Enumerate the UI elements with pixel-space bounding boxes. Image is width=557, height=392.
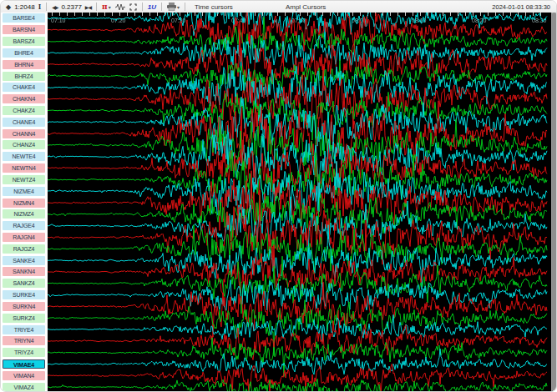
- channel-label[interactable]: NEWTE4: [3, 152, 45, 161]
- channel-label[interactable]: BARSN4: [3, 25, 45, 34]
- channel-label[interactable]: RAJGZ4: [3, 244, 45, 254]
- channel-label[interactable]: RAJGE4: [3, 221, 45, 230]
- channel-label[interactable]: SURKE4: [3, 290, 45, 299]
- fit-screen-icon[interactable]: [129, 2, 138, 12]
- channel-label[interactable]: BHRZ4: [3, 72, 45, 81]
- channel-label[interactable]: NIZMN4: [3, 199, 45, 208]
- channel-label[interactable]: CHANN4: [3, 129, 45, 138]
- channel-label[interactable]: SANKE4: [3, 256, 45, 265]
- toolbar: ◆ 1:2048 I ◀▶ 0.2377 ▶◀ π▾ 1U ▾ Time cur…: [1, 1, 556, 13]
- toolbar-separator: [161, 3, 162, 11]
- channel-label[interactable]: TRIYN4: [3, 336, 45, 345]
- scrollbar-thumb[interactable]: [552, 13, 556, 391]
- phase-picks-icon[interactable]: π▾: [101, 2, 112, 12]
- span-ibeam-icon[interactable]: I: [38, 2, 43, 12]
- print-icon[interactable]: ▾: [166, 2, 180, 12]
- channel-label[interactable]: CHANE4: [3, 118, 45, 127]
- zoom-ratio-value: 1:2048: [14, 3, 34, 11]
- ampl-cursors-button[interactable]: Ampl Cursors: [286, 3, 326, 11]
- channel-label[interactable]: BHRE4: [3, 48, 45, 58]
- channel-label[interactable]: TRIYE4: [3, 325, 45, 334]
- channel-label[interactable]: NEWTZ4: [3, 175, 45, 184]
- channel-label[interactable]: CHANZ4: [3, 140, 45, 149]
- channel-label-column: BARSE4BARSN4BARSZ4BHRE4BHRN4BHRZ4CHAKE4C…: [1, 13, 48, 391]
- toolbar-separator: [96, 3, 97, 11]
- toolbar-separator: [142, 3, 143, 11]
- channel-label[interactable]: SURKZ4: [3, 314, 45, 323]
- channel-label[interactable]: SANKZ4: [3, 279, 45, 288]
- channel-label[interactable]: BARSZ4: [3, 37, 45, 46]
- channel-label[interactable]: BARSE4: [3, 13, 45, 23]
- channel-label[interactable]: SANKN4: [3, 267, 45, 276]
- channel-label[interactable]: CHAKE4: [3, 83, 45, 92]
- filter-icon[interactable]: 1U: [147, 2, 157, 12]
- toolbar-separator: [46, 3, 47, 11]
- channel-label[interactable]: NEWTN4: [3, 163, 45, 173]
- collapse-horizontal-icon[interactable]: ▶◀: [84, 2, 92, 12]
- channel-label[interactable]: SURKN4: [3, 302, 45, 311]
- toolbar-separator: [185, 3, 185, 11]
- waveform-canvas[interactable]: [48, 13, 553, 392]
- channel-label[interactable]: CHAKN4: [3, 94, 45, 103]
- channel-label[interactable]: VIMAN4: [3, 371, 45, 380]
- expand-horizontal-icon[interactable]: ◀▶: [51, 2, 58, 12]
- scale-value: 0.2377: [61, 3, 81, 11]
- vertical-scrollbar[interactable]: [551, 13, 556, 391]
- channel-label[interactable]: NIZME4: [3, 187, 45, 196]
- channel-label[interactable]: BHRN4: [3, 60, 45, 69]
- waveform-display[interactable]: [48, 13, 553, 392]
- time-cursors-button[interactable]: Time cursors: [195, 3, 233, 11]
- channel-label[interactable]: VIMAE4: [3, 359, 45, 369]
- channel-label[interactable]: NIZMZ4: [3, 209, 45, 219]
- channel-label[interactable]: CHAKZ4: [3, 106, 45, 115]
- channel-label[interactable]: TRIYZ4: [3, 348, 45, 357]
- anchor-diamond-icon[interactable]: ◆: [5, 2, 12, 12]
- waveform-icon[interactable]: [114, 2, 126, 12]
- seismogram-viewer-window: ◆ 1:2048 I ◀▶ 0.2377 ▶◀ π▾ 1U ▾ Time cur…: [0, 0, 557, 392]
- channel-label[interactable]: VIMAZ4: [3, 383, 45, 392]
- current-timestamp: 2024-01-01 08:33:30: [492, 3, 550, 11]
- channel-label[interactable]: RAJGN4: [3, 233, 45, 242]
